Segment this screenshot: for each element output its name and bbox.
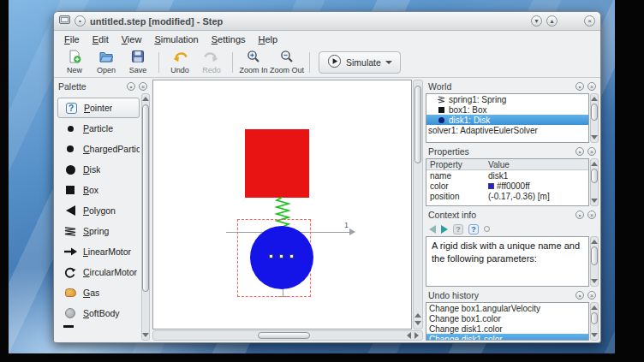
disk-icon	[438, 117, 445, 123]
scroll-up-icon[interactable]	[591, 306, 598, 310]
world-scrollbar[interactable]	[590, 93, 599, 143]
scroll-right-icon[interactable]	[414, 332, 419, 339]
menu-file[interactable]: File	[58, 33, 86, 46]
context-info-scrollbar[interactable]	[590, 236, 599, 287]
maximize-button[interactable]: ▴	[546, 15, 558, 27]
palette-item-box[interactable]: Box	[57, 180, 140, 200]
canvas-vertical-scrollbar[interactable]	[413, 80, 423, 329]
palette-item-disk[interactable]: Disk	[57, 159, 140, 180]
menu-simulation[interactable]: Simulation	[148, 33, 204, 46]
zoom-in-button[interactable]: Zoom In	[238, 48, 269, 76]
configure-icon[interactable]: •	[127, 82, 135, 91]
undo-item[interactable]: Change box1.angularVelocity	[426, 303, 588, 313]
scroll-down-icon[interactable]	[591, 279, 598, 283]
minimize-button[interactable]: ▾	[531, 15, 542, 27]
whats-this-icon[interactable]: ?	[468, 224, 479, 234]
context-info-title: Context info	[428, 210, 476, 220]
palette-item-linear-motor[interactable]: LinearMotor	[57, 241, 140, 262]
scroll-up-icon[interactable]	[142, 97, 149, 101]
titlebar[interactable]: • untitled.step [modified] - Step ▾ ▴ ×	[54, 12, 600, 31]
palette-scrollbar[interactable]	[141, 93, 150, 341]
close-panel-icon[interactable]: ×	[139, 82, 147, 91]
property-row-name[interactable]: name disk1	[426, 170, 588, 181]
open-button[interactable]: Open	[91, 48, 122, 76]
configure-icon[interactable]: •	[575, 291, 584, 300]
palette-item-circular-motor[interactable]: CircularMotor	[57, 262, 140, 282]
new-button[interactable]: New	[59, 48, 90, 76]
close-panel-icon[interactable]: ×	[587, 291, 596, 300]
forward-arrow-icon[interactable]	[441, 225, 448, 234]
color-swatch	[488, 183, 494, 189]
back-arrow-icon[interactable]	[429, 225, 436, 234]
palette-item-softbody[interactable]: SoftBody	[57, 303, 140, 323]
configure-icon[interactable]: •	[575, 82, 584, 91]
save-label: Save	[129, 66, 147, 74]
canvas-horizontal-scrollbar[interactable]	[152, 330, 423, 341]
world-item-box1[interactable]: box1: Box	[426, 104, 588, 115]
property-row-color[interactable]: color #ff0000ff	[426, 181, 588, 191]
play-icon	[327, 54, 342, 70]
scroll-down-icon[interactable]	[591, 199, 598, 203]
selection-handle[interactable]	[269, 254, 273, 258]
menu-view[interactable]: View	[116, 33, 148, 46]
palette-item-gas[interactable]: Gas	[57, 282, 140, 303]
properties-scrollbar[interactable]	[590, 158, 599, 206]
palette-item-particle[interactable]: Particle	[57, 118, 140, 139]
zoom-in-label: Zoom In	[239, 66, 267, 74]
scroll-left-icon[interactable]	[407, 332, 411, 339]
undo-history-title: Undo history	[428, 290, 479, 300]
help-icon[interactable]: ?	[453, 224, 463, 234]
zoom-out-button[interactable]: Zoom Out	[270, 48, 304, 76]
link-icon[interactable]	[484, 226, 490, 232]
property-column-header[interactable]: Property	[426, 160, 488, 169]
undo-item-selected[interactable]: Change disk1.color	[426, 334, 588, 341]
world-item-disk1[interactable]: disk1: Disk	[426, 115, 588, 125]
step-window: • untitled.step [modified] - Step ▾ ▴ × …	[53, 11, 601, 343]
selection-handle[interactable]	[289, 254, 294, 258]
close-panel-icon[interactable]: ×	[587, 147, 596, 156]
scroll-down-icon[interactable]	[591, 333, 598, 337]
charged-particle-icon	[63, 145, 77, 152]
properties-title: Properties	[428, 146, 469, 157]
scroll-down-icon[interactable]	[142, 333, 149, 337]
close-button[interactable]: ×	[584, 15, 595, 27]
redo-icon	[204, 50, 219, 65]
scroll-down-icon[interactable]	[591, 135, 598, 139]
world-tree: spring1: Spring box1: Box disk1: Disk so…	[426, 93, 589, 143]
new-document-icon	[68, 50, 81, 65]
world-item-solver1[interactable]: solver1: AdaptiveEulerSolver	[426, 125, 588, 135]
simulate-button[interactable]: Simulate	[319, 51, 401, 74]
spring-icon	[438, 96, 445, 104]
scene-canvas[interactable]: 1	[152, 80, 412, 329]
undo-history-scrollbar[interactable]	[590, 302, 599, 341]
scroll-down-icon[interactable]	[414, 321, 421, 325]
scroll-up-icon[interactable]	[591, 97, 598, 101]
sticky-icon[interactable]: •	[75, 15, 86, 27]
menu-help[interactable]: Help	[253, 33, 284, 46]
palette-item-polygon[interactable]: Polygon	[57, 200, 140, 221]
menu-edit[interactable]: Edit	[86, 33, 115, 46]
save-button[interactable]: Save	[122, 48, 153, 76]
box-icon	[63, 186, 77, 194]
world-item-spring1[interactable]: spring1: Spring	[426, 94, 588, 104]
scroll-up-icon[interactable]	[414, 313, 421, 317]
redo-button[interactable]: Redo	[196, 48, 227, 76]
configure-icon[interactable]: •	[575, 211, 584, 219]
undo-item[interactable]: Change box1.color	[426, 313, 588, 323]
palette-item-charged-particle[interactable]: ChargedParticle	[57, 139, 140, 159]
value-column-header[interactable]: Value	[488, 160, 588, 169]
close-panel-icon[interactable]: ×	[587, 82, 596, 91]
menu-settings[interactable]: Settings	[206, 33, 252, 46]
palette-item-pointer[interactable]: ? Pointer	[57, 98, 140, 118]
palette-item-spring[interactable]: Spring	[57, 221, 140, 241]
box1-object[interactable]	[245, 129, 309, 198]
property-row-position[interactable]: position (-0.17,-0.36) [m]	[426, 191, 588, 201]
undo-button[interactable]: Undo	[164, 48, 195, 76]
undo-item[interactable]: Change disk1.color	[426, 323, 588, 334]
scroll-up-icon[interactable]	[591, 162, 598, 166]
configure-icon[interactable]: •	[575, 147, 584, 156]
selection-handle[interactable]	[279, 254, 283, 258]
close-panel-icon[interactable]: ×	[587, 211, 596, 219]
palette-list: ? Pointer Particle ChargedParticle Disk	[56, 93, 141, 341]
scroll-up-icon[interactable]	[591, 240, 598, 244]
